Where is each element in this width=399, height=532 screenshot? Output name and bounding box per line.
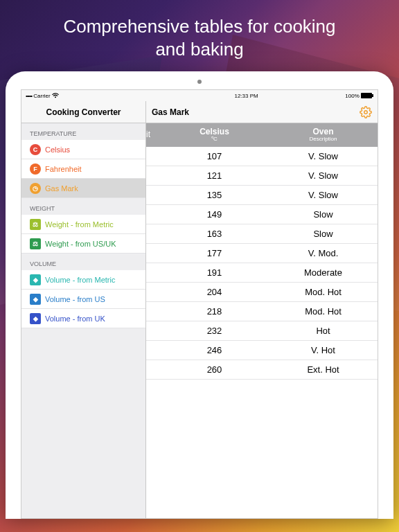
cell-description: Mod. Hot bbox=[269, 283, 378, 301]
sidebar-item[interactable]: FFahrenheit bbox=[21, 159, 145, 179]
table-header: it Celsius ºC Oven Description bbox=[146, 123, 378, 147]
sidebar-item-icon: F bbox=[30, 163, 41, 175]
page-title: Gas Mark bbox=[152, 107, 189, 117]
sidebar-title: Cooking Converter bbox=[21, 101, 146, 123]
sidebar-item-icon: ◷ bbox=[30, 183, 41, 194]
cell-description: V. Slow bbox=[269, 186, 378, 204]
table-row[interactable]: 107V. Slow bbox=[146, 147, 378, 166]
sidebar-item[interactable]: ◆Volume - from Metric bbox=[21, 270, 145, 290]
cell-truncated bbox=[146, 166, 160, 185]
table-row[interactable]: 260Ext. Hot bbox=[146, 360, 378, 380]
col-celsius-sub: ºC bbox=[211, 136, 218, 143]
sidebar-item-icon: C bbox=[30, 144, 41, 155]
cell-celsius: 218 bbox=[160, 302, 269, 321]
sidebar-item[interactable]: ◆Volume - from UK bbox=[21, 309, 145, 328]
settings-button[interactable] bbox=[360, 106, 372, 118]
cell-truncated bbox=[146, 341, 160, 360]
section-header: WEIGHT bbox=[21, 198, 145, 215]
cell-truncated bbox=[146, 147, 160, 166]
cell-truncated bbox=[146, 263, 160, 282]
cell-celsius: 204 bbox=[160, 283, 269, 301]
sidebar-item[interactable]: ◷Gas Mark bbox=[21, 179, 145, 198]
col-truncated: it bbox=[146, 130, 150, 139]
sidebar-item-label: Volume - from Metric bbox=[45, 276, 115, 284]
hero-line1: Comprehensive tables for cooking bbox=[63, 16, 335, 37]
cell-truncated bbox=[146, 186, 160, 204]
section-header: VOLUME bbox=[21, 254, 145, 270]
table-row[interactable]: 135V. Slow bbox=[146, 186, 378, 205]
section-header: TEMPERATURE bbox=[21, 123, 145, 140]
table-row[interactable]: 149Slow bbox=[146, 205, 378, 224]
sidebar-item-label: Fahrenheit bbox=[45, 165, 82, 173]
cell-truncated bbox=[146, 283, 160, 301]
cell-celsius: 246 bbox=[160, 341, 269, 360]
sidebar-item-icon: ◆ bbox=[30, 313, 41, 324]
sidebar-item-label: Weight - from US/UK bbox=[45, 240, 116, 248]
cell-description: Ext. Hot bbox=[269, 360, 378, 379]
cell-celsius: 121 bbox=[160, 166, 269, 185]
cell-description: V. Mod. bbox=[269, 244, 378, 263]
wifi-icon bbox=[52, 93, 59, 98]
carrier-label: Carrier bbox=[33, 93, 50, 99]
sidebar-item-label: Volume - from US bbox=[45, 295, 105, 303]
status-time: 12:33 PM bbox=[103, 93, 389, 99]
sidebar-item-label: Gas Mark bbox=[45, 184, 78, 193]
cell-description: V. Slow bbox=[269, 166, 378, 185]
table-row[interactable]: 232Hot bbox=[146, 321, 378, 341]
table-row[interactable]: 246V. Hot bbox=[146, 341, 378, 360]
sidebar: TEMPERATURECCelsiusFFahrenheit◷Gas MarkW… bbox=[21, 123, 146, 518]
sidebar-item-icon: ◆ bbox=[30, 274, 41, 285]
sidebar-item-icon: ⚖ bbox=[30, 219, 41, 230]
ipad-frame: ••••• Carrier 12:33 PM 100% Cooking Conv… bbox=[6, 71, 393, 519]
sidebar-item-label: Volume - from UK bbox=[45, 314, 105, 323]
cell-truncated bbox=[146, 244, 160, 263]
cell-description: Hot bbox=[269, 321, 378, 340]
cell-description: V. Hot bbox=[269, 341, 378, 360]
table-row[interactable]: 204Mod. Hot bbox=[146, 283, 378, 302]
sidebar-item-icon: ◆ bbox=[30, 294, 41, 305]
col-oven-sub: Description bbox=[309, 136, 337, 143]
signal-icon: ••••• bbox=[26, 93, 32, 99]
cell-truncated bbox=[146, 321, 160, 340]
cell-description: Slow bbox=[269, 205, 378, 224]
cell-celsius: 191 bbox=[160, 263, 269, 282]
cell-celsius: 232 bbox=[160, 321, 269, 340]
sidebar-item[interactable]: ⚖Weight - from Metric bbox=[21, 215, 145, 234]
svg-point-2 bbox=[364, 110, 368, 114]
cell-description: Moderate bbox=[269, 263, 378, 282]
table-row[interactable]: 121V. Slow bbox=[146, 166, 378, 186]
sidebar-item-icon: ⚖ bbox=[30, 238, 41, 249]
status-bar: ••••• Carrier 12:33 PM 100% bbox=[21, 90, 378, 101]
cell-truncated bbox=[146, 302, 160, 321]
sidebar-item[interactable]: CCelsius bbox=[21, 140, 145, 159]
cell-description: Mod. Hot bbox=[269, 302, 378, 321]
table-row[interactable]: 177V. Mod. bbox=[146, 244, 378, 263]
table-row[interactable]: 191Moderate bbox=[146, 263, 378, 283]
sidebar-item-label: Celsius bbox=[45, 145, 70, 154]
cell-truncated bbox=[146, 360, 160, 379]
hero-line2: and baking bbox=[155, 39, 243, 60]
cell-celsius: 107 bbox=[160, 147, 269, 166]
cell-celsius: 177 bbox=[160, 244, 269, 263]
hero-tagline: Comprehensive tables for cooking and bak… bbox=[0, 0, 399, 71]
table-row[interactable]: 218Mod. Hot bbox=[146, 302, 378, 321]
sidebar-item-label: Weight - from Metric bbox=[45, 220, 114, 229]
cell-celsius: 135 bbox=[160, 186, 269, 204]
cell-truncated bbox=[146, 205, 160, 224]
ipad-screen: ••••• Carrier 12:33 PM 100% Cooking Conv… bbox=[21, 89, 378, 519]
table-row[interactable]: 163Slow bbox=[146, 224, 378, 244]
cell-description: Slow bbox=[269, 224, 378, 243]
sidebar-item[interactable]: ◆Volume - from US bbox=[21, 290, 145, 309]
cell-celsius: 149 bbox=[160, 205, 269, 224]
cell-description: V. Slow bbox=[269, 147, 378, 166]
cell-celsius: 163 bbox=[160, 224, 269, 243]
conversion-table: it Celsius ºC Oven Description 107V. Slo… bbox=[146, 123, 378, 518]
cell-truncated bbox=[146, 224, 160, 243]
sidebar-item[interactable]: ⚖Weight - from US/UK bbox=[21, 234, 145, 254]
cell-celsius: 260 bbox=[160, 360, 269, 379]
